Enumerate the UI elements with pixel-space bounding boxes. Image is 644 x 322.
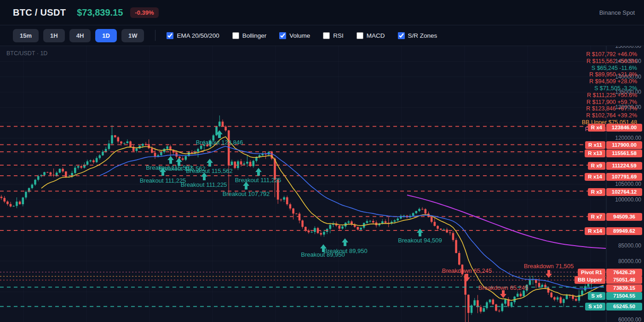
indicator-checkbox-volume[interactable]	[279, 32, 286, 39]
level-pill-value: 111224.59	[606, 162, 642, 170]
level-pill-tag: R x14	[585, 173, 605, 181]
sr-legend-item: S $65,245 -11.6%	[582, 65, 637, 72]
price-chart-svg[interactable]	[0, 46, 644, 322]
level-pill-tag: R x3	[588, 188, 605, 196]
level-pill-value: 117900.00	[606, 141, 642, 149]
breakout-label: Breakout 111,225	[235, 177, 282, 184]
price-axis-label: 60000.00	[618, 316, 641, 322]
price-level-pill: R x14107791.69	[585, 173, 642, 181]
level-pill-value: 115561.58	[606, 150, 642, 157]
timeframe-button-1d[interactable]: 1D	[95, 29, 117, 42]
sr-legend-item: R $115,562 +56.5%	[582, 58, 637, 65]
breakout-label: Breakout 115,562	[186, 167, 233, 174]
header: BTC / USDT $73,839.15 -0.39% Binance Spo…	[0, 0, 644, 25]
sr-legend-item: R $111,225 +50.6%	[582, 92, 637, 99]
price-level-pill: R x13115561.58	[585, 150, 642, 157]
indicator-label: RSI	[333, 32, 344, 39]
timeframe-button-15m[interactable]: 15m	[13, 29, 39, 42]
level-pill-tag: R x9	[588, 162, 605, 170]
breakout-arrow-icon	[342, 238, 348, 246]
indicator-toggle-rsi[interactable]: RSI	[323, 32, 344, 39]
price-level-pill: S x1065245.50	[585, 303, 642, 310]
sr-legend-item: R $89,950 +21.8%	[582, 71, 637, 78]
level-pill-value: 123846.00	[606, 124, 642, 132]
chart-area[interactable]: BTC/USDT · 1D 150000.00145000.00140000.0…	[0, 46, 644, 322]
price-level-pill: R x4123846.00	[588, 124, 642, 132]
price-axis-label: 85000.00	[618, 242, 641, 249]
level-pill-tag: R x14	[585, 227, 605, 235]
symbol-title: BTC / USDT	[13, 7, 66, 18]
level-pill-tag: R x13	[585, 150, 605, 157]
indicator-toggle-bollinger[interactable]: Bollinger	[232, 32, 267, 39]
toolbar-divider	[155, 30, 155, 41]
price-axis-label: 105000.00	[615, 181, 641, 187]
breakout-label: Breakout 111,225	[181, 181, 227, 188]
last-price: $73,839.15	[77, 7, 123, 18]
level-pill-value: 107791.69	[606, 173, 642, 181]
level-pill-value: 76426.29	[606, 269, 642, 276]
indicator-label: EMA 20/50/200	[177, 32, 219, 39]
sr-legend-item: R $94,509 +28.0%	[582, 78, 637, 85]
indicator-checkbox-ema-20-50-200[interactable]	[167, 32, 173, 39]
indicator-toggle-ema-20-50-200[interactable]: EMA 20/50/200	[167, 32, 219, 39]
breakout-label: Breakout 111,225	[140, 177, 186, 184]
breakout-arrow-icon	[167, 156, 174, 164]
timeframe-group: 15m1H4H1D1W	[13, 29, 144, 42]
level-pill-tag: S x6	[588, 292, 605, 300]
indicator-label: Volume	[289, 32, 310, 39]
exchange-label: Binance Spot	[599, 9, 635, 16]
indicator-checkbox-rsi[interactable]	[323, 32, 330, 39]
indicator-toggle-macd[interactable]: MACD	[356, 32, 385, 39]
price-level-pill: BB Upper75051.48	[575, 276, 642, 284]
indicator-toggle-volume[interactable]: Volume	[279, 32, 310, 39]
price-level-pill: R x794509.36	[588, 213, 642, 221]
timeframe-button-1h[interactable]: 1H	[43, 29, 65, 42]
level-pill-value: 71504.55	[606, 292, 642, 300]
price-level-pill: 73839.15	[606, 284, 642, 292]
indicator-toggle-s-r-zones[interactable]: S/R Zones	[398, 32, 437, 39]
breakout-label: Breakout 94,509	[398, 237, 442, 244]
level-pill-tag: Pivot R1	[578, 269, 605, 276]
sr-legend-item: R $123,846 +67.7%	[582, 105, 637, 112]
breakout-label: Breakout 89,950	[301, 251, 345, 258]
level-pill-value: 89949.62	[606, 227, 642, 235]
sr-legend-item: S $71,505 -3.2%	[582, 85, 637, 92]
price-level-pill: R x9111224.59	[588, 162, 642, 170]
indicator-label: S/R Zones	[408, 32, 437, 39]
breakdown-label: Breakdown 71,505	[524, 263, 574, 270]
price-level-pill: R x11117900.00	[585, 141, 642, 149]
level-pill-value: 73839.15	[606, 284, 642, 292]
level-pill-value: 94509.36	[606, 213, 642, 221]
indicator-checkbox-s-r-zones[interactable]	[398, 32, 405, 39]
price-axis-label: 80000.00	[618, 258, 641, 264]
breakdown-label: Breakdown 65,245	[478, 284, 528, 291]
level-pill-value: 102764.12	[606, 188, 642, 196]
indicator-label: MACD	[367, 32, 385, 39]
price-level-pill: S x671504.55	[588, 292, 642, 300]
chart-watermark: BTC/USDT · 1D	[6, 50, 47, 57]
timeframe-button-1w[interactable]: 1W	[121, 29, 144, 42]
breakout-label: Breakout 123,846	[196, 139, 243, 146]
indicator-checkbox-macd[interactable]	[356, 32, 363, 39]
indicator-group: EMA 20/50/200BollingerVolumeRSIMACDS/R Z…	[167, 32, 450, 39]
sr-legend: R $107,792 +46.0%R $115,562 +56.5%S $65,…	[582, 51, 637, 133]
price-axis-label: 100000.00	[615, 196, 641, 203]
level-pill-tag: R x7	[588, 213, 605, 221]
level-pill-tag: S x10	[585, 303, 605, 310]
level-pill-value: 65245.50	[606, 303, 642, 310]
sr-legend-item: R $102,764 +39.2%	[582, 112, 637, 119]
timeframe-button-4h[interactable]: 4H	[69, 29, 91, 42]
indicator-checkbox-bollinger[interactable]	[232, 32, 239, 39]
breakdown-label: Breakdown 65,245	[442, 267, 492, 274]
price-level-pill: R x3102764.12	[588, 188, 642, 196]
level-pill-tag: BB Upper	[575, 276, 605, 284]
breakdown-arrow-icon	[500, 290, 506, 298]
toolbar: 15m1H4H1D1W EMA 20/50/200BollingerVolume…	[0, 25, 644, 46]
price-level-pill: Pivot R176426.29	[578, 269, 642, 276]
change-badge: -0.39%	[130, 7, 158, 18]
indicator-label: Bollinger	[242, 32, 267, 39]
sr-legend-item: R $107,792 +46.0%	[582, 51, 637, 58]
breakout-arrow-icon	[417, 229, 423, 236]
trading-app: BTC / USDT $73,839.15 -0.39% Binance Spo…	[0, 0, 644, 322]
price-level-pill: R x1489949.62	[585, 227, 642, 235]
